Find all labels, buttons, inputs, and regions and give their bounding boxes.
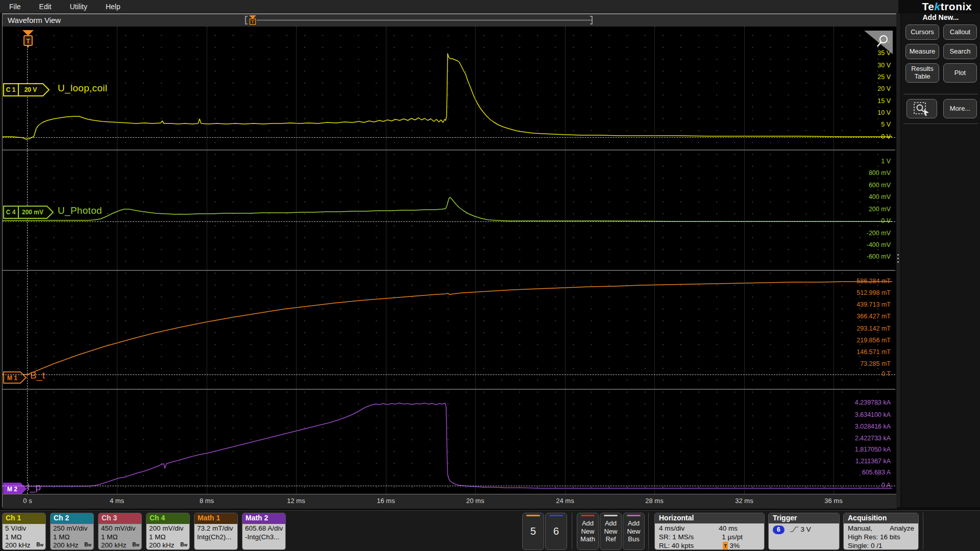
menu-utility[interactable]: Utility	[70, 3, 87, 11]
acquisition-analyze: Analyze	[890, 524, 914, 533]
math1-axis-tick: 73.285 mT	[3, 360, 891, 367]
math2-axis-tick: 1.211367 kA	[3, 458, 891, 465]
bandwidth-limit-icon: BW	[36, 541, 43, 550]
ch4-axis-tick: 0 V	[3, 217, 891, 224]
ch4-axis-tick: 1 V	[3, 158, 891, 165]
bandwidth-limit-icon: BW	[132, 541, 139, 550]
math1-axis-tick: 0 T	[3, 370, 891, 378]
channel-slot-button-5[interactable]: 5	[522, 513, 544, 550]
horizontal-position-minimap[interactable]: T	[244, 14, 601, 26]
horizontal-window: 40 ms	[719, 524, 738, 533]
more-button[interactable]: More...	[943, 99, 977, 118]
sample-period: 1 µs/pt	[722, 533, 743, 541]
channel-badge-ch4[interactable]: Ch 4200 mV/div1 MΩ200 kHzBW	[146, 513, 190, 550]
channel-badge-title: Math 1	[194, 513, 237, 524]
channel-setting: 200 mV/div	[149, 524, 187, 533]
svg-text:T: T	[251, 19, 254, 24]
add-new-math-button[interactable]: AddNewMath	[577, 513, 599, 550]
channel-setting: 73.2 mT/div	[197, 524, 235, 533]
callout-button[interactable]: Callout	[943, 24, 977, 40]
acquisition-single: Single: 0 /1	[848, 541, 914, 550]
menu-edit[interactable]: Edit	[39, 3, 52, 11]
channel-badge-title: Math 2	[242, 513, 285, 524]
minimap-trigger-icon[interactable]	[249, 15, 256, 19]
channel-badge-math2[interactable]: Math 2605.68 A/div-Intg(Ch3...	[242, 513, 286, 550]
bandwidth-limit-icon: BW	[84, 541, 91, 550]
divider	[903, 123, 978, 124]
acquisition-title: Acquisition	[844, 513, 918, 523]
measure-button[interactable]: Measure	[905, 44, 939, 59]
channel-badge-title: Ch 3	[99, 513, 141, 524]
results-table-button[interactable]: Results Table	[905, 63, 939, 83]
channel-badge-ch2[interactable]: Ch 2250 mV/div1 MΩ200 kHzBW	[50, 513, 94, 550]
slot-label: 6	[553, 525, 559, 537]
splitter-grip-icon[interactable]	[897, 254, 899, 256]
acquisition-resolution: High Res: 16 bits	[848, 533, 914, 541]
ch1-axis-tick: 5 V	[3, 121, 891, 128]
time-axis: 0 s4 ms8 ms12 ms16 ms20 ms24 ms28 ms32 m…	[3, 494, 897, 509]
search-button[interactable]: Search	[943, 44, 977, 59]
channel-setting: 450 mV/div	[101, 524, 139, 533]
bandwidth-limit-icon: BW	[180, 541, 187, 550]
zoom-selection-icon	[913, 102, 930, 116]
horizontal-panel[interactable]: Horizontal 4 ms/div40 ms SR: 1 MS/s1 µs/…	[654, 513, 765, 550]
channel-badge-ch3[interactable]: Ch 3450 mV/div1 MΩ200 kHzBW	[98, 513, 142, 550]
trigger-panel[interactable]: Trigger 6 3 V	[768, 513, 840, 550]
menu-help[interactable]: Help	[106, 3, 120, 11]
button-color-stripe	[581, 515, 595, 516]
math1-axis-tick: 512.998 mT	[3, 289, 891, 296]
tektronix-logo: Tektronix	[922, 1, 972, 13]
channel-badge-title: Ch 4	[146, 513, 189, 524]
zoom-corner-control[interactable]	[864, 31, 893, 54]
ch1-axis-tick: 30 V	[3, 62, 891, 69]
panel-divider	[3, 389, 895, 390]
math1-axis-tick: 146.571 mT	[3, 348, 891, 356]
waveform-plot-area[interactable]: T C 1 20 V U_loop,coil C 4 200 mV U_Phot…	[3, 27, 895, 494]
button-color-stripe	[627, 515, 641, 516]
ch1-axis-tick: 0 V	[3, 133, 891, 140]
math2-axis-tick: 4.239783 kA	[3, 399, 891, 406]
channel-badge-ch1[interactable]: Ch 15 V/div1 MΩ200 kHzBW	[2, 513, 46, 550]
trigger-level: 3 V	[800, 525, 811, 533]
time-axis-label: 8 ms	[189, 497, 225, 505]
menu-file[interactable]: File	[9, 3, 21, 11]
math1-axis-tick: 293.142 mT	[3, 325, 891, 332]
channel-setting: 5 V/div	[5, 524, 43, 533]
math1-axis-tick: 439.713 mT	[3, 301, 891, 308]
button-label: AddNewRef	[604, 519, 617, 543]
channel-badge-math1[interactable]: Math 173.2 mT/divIntg(Ch2)...	[194, 513, 238, 550]
panel-divider	[3, 149, 895, 151]
sample-rate: SR: 1 MS/s	[659, 533, 694, 541]
cursors-button[interactable]: Cursors	[905, 24, 939, 40]
ch4-axis-tick: 400 mV	[3, 193, 891, 201]
slot-color-stripe	[549, 515, 563, 516]
time-axis-label: 20 ms	[457, 497, 493, 505]
add-new-bus-button[interactable]: AddNewBus	[623, 513, 645, 550]
time-axis-label: 32 ms	[726, 497, 762, 505]
add-new-ref-button[interactable]: AddNewRef	[600, 513, 622, 550]
ch1-axis-tick: 20 V	[3, 85, 891, 92]
panel-divider	[3, 270, 895, 271]
math2-axis-tick: 1.817050 kA	[3, 446, 891, 453]
math2-axis-tick: 0 A	[3, 482, 891, 489]
ch4-axis-tick: 200 mV	[3, 206, 891, 213]
add-new-header: Add New...	[901, 13, 980, 21]
plot-button[interactable]: Plot	[943, 63, 977, 83]
math1-axis-tick: 586.284 mT	[3, 278, 891, 285]
rising-edge-icon	[790, 526, 799, 533]
channel-setting: -Intg(Ch3...	[245, 533, 283, 542]
channel-setting: Intg(Ch2)...	[197, 533, 235, 542]
pane-splitter[interactable]	[896, 13, 900, 507]
ch4-axis-tick: 600 mV	[3, 182, 891, 189]
ch1-axis-tick: 10 V	[3, 109, 891, 116]
horizontal-scale: 4 ms/div	[659, 524, 684, 533]
ch1-axis-tick: 40 V	[3, 38, 891, 45]
waveform-view-titlebar: Waveform View T	[3, 14, 896, 27]
results-bar: Add New... Cursors Callout Measure Searc…	[901, 13, 980, 507]
acquisition-panel[interactable]: Acquisition Manual,Analyze High Res: 16 …	[843, 513, 919, 550]
acquisition-mode: Manual,	[848, 524, 872, 533]
trigger-position-icon: T	[723, 542, 728, 550]
zoom-select-button[interactable]	[906, 99, 937, 118]
channel-slot-button-6[interactable]: 6	[545, 513, 567, 550]
time-axis-label: 36 ms	[816, 497, 851, 505]
